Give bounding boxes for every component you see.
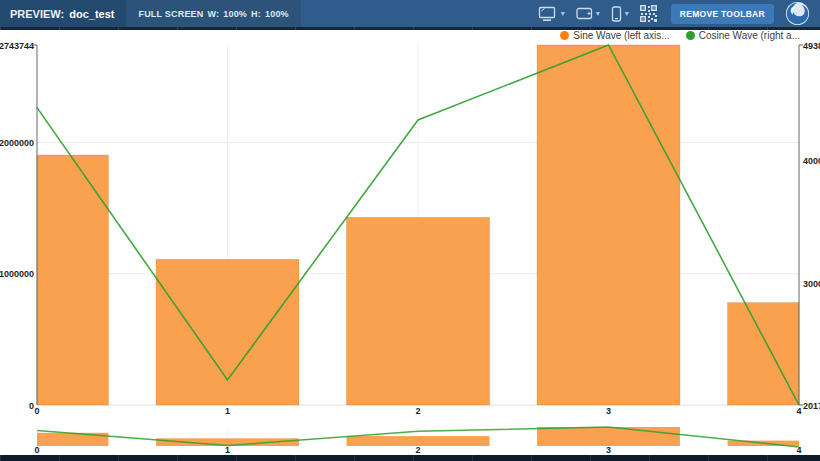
legend-item-sine-wave[interactable]: Sine Wave (left axis... (560, 30, 669, 41)
chevron-down-icon: ▾ (625, 10, 629, 18)
qr-code-button[interactable] (637, 3, 660, 24)
svg-text:0: 0 (34, 406, 39, 416)
legend-label: Cosine Wave (right a... (699, 30, 800, 41)
legend-dot (560, 31, 569, 40)
desktop-preview-button[interactable]: ▾ (535, 4, 568, 24)
svg-text:0: 0 (29, 401, 34, 411)
desktop-icon (538, 6, 558, 22)
svg-text:3: 3 (606, 406, 611, 416)
height-value: 100% (265, 9, 289, 19)
preview-chip: PREVIEW: doc_test (0, 0, 126, 27)
width-value: 100% (223, 9, 247, 19)
phone-icon (611, 6, 622, 22)
chevron-down-icon: ▾ (561, 10, 565, 18)
svg-text:4: 4 (796, 406, 801, 416)
svg-text:2017: 2017 (803, 401, 820, 411)
toolbar-actions: ▾ ▾ ▾ (535, 0, 820, 27)
toolbar-bottom-ruler (0, 27, 820, 30)
bottom-ruler (0, 455, 820, 461)
width-label: W: (208, 9, 220, 19)
chart-canvas[interactable]: 0100000020000002743744201730004000493801… (0, 0, 820, 461)
svg-text:4000: 4000 (803, 156, 820, 166)
preview-toolbar: PREVIEW: doc_test FULL SCREEN W: 100% H:… (0, 0, 820, 27)
qr-code-icon (640, 5, 657, 22)
svg-text:2: 2 (415, 406, 420, 416)
fullscreen-chip: FULL SCREEN W: 100% H: 100% (126, 0, 300, 27)
preview-window: PREVIEW: doc_test FULL SCREEN W: 100% H:… (0, 0, 820, 461)
legend-item-cosine-wave[interactable]: Cosine Wave (right a... (686, 30, 800, 41)
svg-text:0: 0 (34, 445, 39, 455)
chart-legend: Sine Wave (left axis... Cosine Wave (rig… (560, 30, 800, 41)
svg-text:2000000: 2000000 (0, 138, 34, 148)
height-label: H: (251, 9, 261, 19)
svg-text:3: 3 (606, 445, 611, 455)
remove-toolbar-button[interactable]: REMOVE TOOLBAR (671, 4, 774, 24)
svg-text:2743744: 2743744 (0, 41, 34, 51)
legend-label: Sine Wave (left axis... (573, 30, 669, 41)
doc-name: doc_test (69, 8, 114, 20)
svg-text:4938: 4938 (803, 41, 820, 51)
svg-text:1: 1 (225, 406, 230, 416)
tablet-preview-button[interactable]: ▾ (573, 5, 603, 22)
svg-text:4: 4 (796, 445, 801, 455)
legend-dot (686, 31, 695, 40)
svg-text:1000000: 1000000 (0, 269, 34, 279)
preview-label: PREVIEW: (10, 8, 64, 20)
svg-text:3000: 3000 (803, 279, 820, 289)
chevron-down-icon: ▾ (596, 10, 600, 18)
tablet-icon (576, 7, 593, 20)
svg-text:1: 1 (225, 445, 230, 455)
wavemaker-logo[interactable] (785, 1, 810, 26)
phone-preview-button[interactable]: ▾ (608, 4, 632, 24)
fullscreen-label: FULL SCREEN (138, 9, 203, 19)
svg-text:2: 2 (415, 445, 420, 455)
